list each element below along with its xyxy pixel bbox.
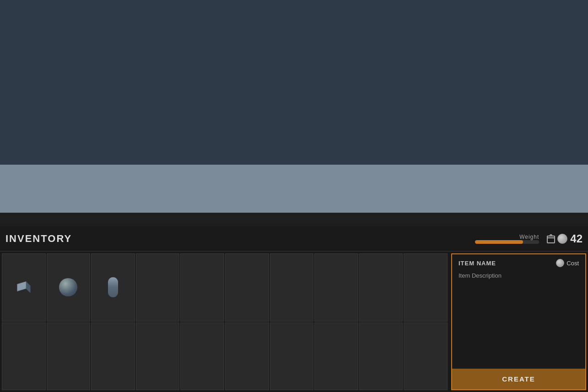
item-description: Item Description: [452, 270, 585, 369]
svg-marker-2: [17, 282, 26, 291]
grid-cell-4[interactable]: [180, 253, 224, 322]
item-cost-label: Cost: [566, 260, 579, 267]
grid-cell-8[interactable]: [359, 253, 403, 322]
grid-cell-10[interactable]: [2, 322, 46, 391]
grid-cell-2[interactable]: [91, 253, 135, 322]
item-cube: [10, 274, 38, 301]
grid-cell-14[interactable]: [180, 322, 224, 391]
grid-cell-3[interactable]: [136, 253, 180, 322]
gap-area: [0, 213, 588, 226]
grid-cell-11[interactable]: [47, 322, 91, 391]
grid-cell-12[interactable]: [91, 322, 135, 391]
bag-icon: [545, 232, 557, 245]
inventory-header: INVENTORY Weight 42: [0, 226, 588, 252]
top-viewport: [0, 0, 588, 165]
grid-cell-5[interactable]: [225, 253, 269, 322]
grid-cell-18[interactable]: [359, 322, 403, 391]
grid-cell-15[interactable]: [225, 322, 269, 391]
weight-bar-fill: [475, 240, 523, 244]
weight-info: Weight: [475, 234, 539, 244]
weight-label: Weight: [519, 234, 539, 240]
svg-marker-1: [26, 282, 31, 293]
grid-cell-16[interactable]: [270, 322, 314, 391]
inventory-panel: INVENTORY Weight 42: [0, 226, 588, 392]
item-capsule: [99, 274, 127, 301]
item-name-label: ITEM NAME: [459, 260, 496, 267]
item-sphere: [54, 274, 82, 301]
grid-cell-1[interactable]: [47, 253, 91, 322]
create-button[interactable]: CREATE: [452, 369, 585, 389]
grid-cell-13[interactable]: [136, 322, 180, 391]
grid-cell-17[interactable]: [314, 322, 358, 391]
inventory-grid: [0, 252, 449, 392]
coin-section: 42: [557, 232, 583, 245]
grid-cell-0[interactable]: [2, 253, 46, 322]
grid-cell-19[interactable]: [404, 322, 448, 391]
weight-bar-container: [475, 240, 539, 244]
inventory-content: ITEM NAME Cost Item Description CREATE: [0, 252, 588, 392]
currency-icon: [557, 234, 567, 244]
item-cost-coin-icon: [556, 259, 564, 267]
grid-cell-9[interactable]: [404, 253, 448, 322]
middle-band: [0, 165, 588, 213]
grid-cell-6[interactable]: [270, 253, 314, 322]
item-detail-panel: ITEM NAME Cost Item Description CREATE: [451, 253, 586, 390]
item-panel-header: ITEM NAME Cost: [452, 254, 585, 270]
grid-cell-7[interactable]: [314, 253, 358, 322]
item-cost-section: Cost: [556, 259, 579, 267]
inventory-title: INVENTORY: [5, 233, 475, 245]
currency-count: 42: [570, 232, 583, 245]
